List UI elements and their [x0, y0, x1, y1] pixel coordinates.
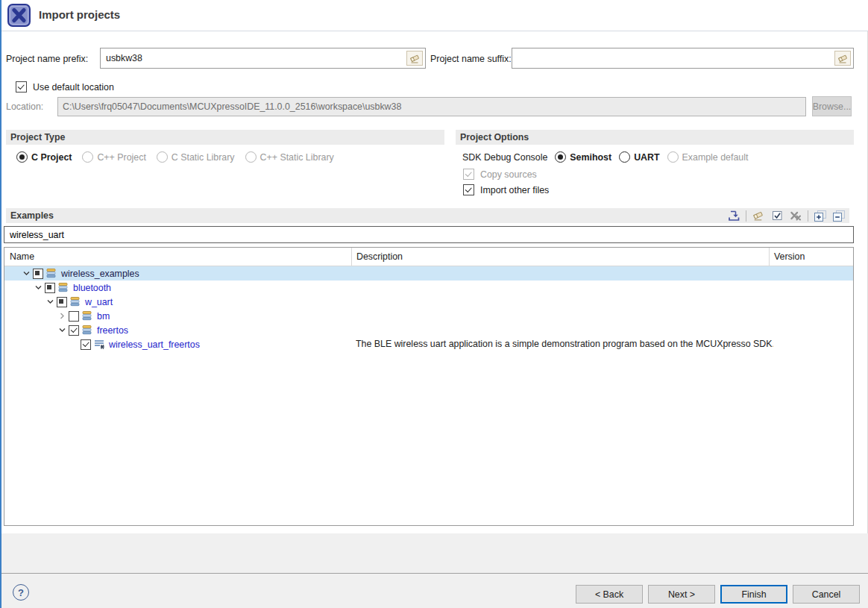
copy-sources-label: Copy sources [480, 169, 537, 180]
examples-table: Name Description Version wireless_exampl… [4, 247, 854, 526]
radio-cpp-project[interactable]: C++ Project [82, 151, 145, 163]
examples-header: Examples [6, 208, 849, 223]
tree-node-label: wireless_uart_freertos [109, 339, 200, 350]
radio-c-static-library[interactable]: C Static Library [157, 151, 235, 163]
category-icon [82, 325, 93, 335]
deselect-all-icon[interactable] [787, 209, 804, 222]
location-field: C:\Users\frq05047\Documents\MCUXpressoID… [57, 97, 806, 116]
chevron-down-icon[interactable] [57, 326, 66, 335]
radio-semihost[interactable]: Semihost [555, 151, 611, 163]
project-type-header: Project Type [6, 130, 444, 145]
tree-node-label: bluetooth [73, 283, 111, 293]
use-default-location-label: Use default location [33, 82, 114, 93]
use-default-location-row[interactable]: Use default location [16, 81, 114, 93]
category-icon [58, 283, 69, 292]
radio-icon[interactable] [245, 151, 257, 163]
footer-bar: ? < Back Next > Finish Cancel [0, 533, 868, 608]
tree-row[interactable]: wireless_uart_freertosThe BLE wireless u… [4, 337, 853, 351]
mcuxpresso-logo-icon [7, 4, 31, 27]
category-icon [70, 297, 81, 307]
tree-row[interactable]: wireless_examples [4, 266, 853, 281]
help-icon[interactable]: ? [13, 584, 29, 601]
sdk-debug-console-label: SDK Debug Console [462, 152, 547, 163]
table-header-row: Name Description Version [4, 248, 853, 266]
column-header-description[interactable]: Description [351, 248, 769, 266]
tree-row[interactable]: freertos [4, 323, 853, 337]
category-icon [46, 269, 57, 278]
prefix-label: Project name prefix: [6, 54, 88, 64]
tree-node-label: w_uart [85, 297, 113, 307]
clear-prefix-button[interactable] [406, 51, 423, 66]
tree-node-label: wireless_examples [61, 269, 139, 279]
radio-example-default[interactable]: Example default [667, 151, 749, 163]
chevron-right-icon[interactable] [57, 312, 66, 321]
project-options-section: Project Options SDK Debug Console Semiho… [456, 130, 854, 195]
tree-checkbox[interactable] [33, 269, 43, 279]
location-label: Location: [6, 101, 43, 112]
project-name-suffix-input[interactable] [512, 48, 853, 68]
browse-button[interactable]: Browse... [812, 96, 852, 116]
suffix-field-frame [512, 48, 854, 69]
tree-checkbox[interactable] [57, 297, 67, 307]
example-icon [94, 339, 105, 349]
footer-separator [0, 573, 868, 574]
tree-checkbox[interactable] [81, 339, 91, 350]
cancel-button[interactable]: Cancel [793, 585, 860, 604]
radio-icon[interactable] [157, 151, 168, 163]
radio-c-project[interactable]: C Project [16, 151, 72, 163]
dialog-header: Import projects [0, 0, 868, 31]
clear-suffix-button[interactable] [834, 51, 851, 66]
radio-icon[interactable] [619, 151, 630, 163]
tree-node-description: The BLE wireless uart application is a s… [356, 337, 773, 351]
toolbar-separator [746, 210, 746, 222]
import-other-files-label: Import other files [480, 185, 549, 195]
tree-checkbox[interactable] [45, 283, 55, 293]
eraser-clear-filter-icon[interactable] [750, 209, 767, 222]
chevron-down-icon[interactable] [34, 283, 43, 292]
prefix-field-frame [100, 48, 426, 69]
project-options-header: Project Options [456, 130, 854, 145]
examples-toolbar [726, 209, 847, 222]
copy-sources-row: Copy sources [463, 169, 854, 180]
radio-icon[interactable] [555, 151, 566, 163]
import-archive-icon[interactable] [726, 209, 742, 222]
chevron-down-icon[interactable] [22, 269, 31, 278]
page-title: Import projects [39, 8, 120, 21]
tree-node-label: freertos [97, 325, 128, 336]
tree-row[interactable]: w_uart [4, 295, 853, 309]
radio-icon[interactable] [16, 151, 28, 163]
finish-button[interactable]: Finish [720, 585, 787, 604]
examples-title: Examples [10, 210, 54, 221]
radio-icon[interactable] [82, 151, 93, 163]
import-projects-dialog: Import projects Project name prefix: Pro… [0, 0, 868, 608]
tree-checkbox[interactable] [69, 311, 79, 322]
select-all-icon[interactable] [769, 209, 785, 222]
eraser-icon [409, 54, 421, 63]
radio-cpp-static-library[interactable]: C++ Static Library [245, 151, 334, 163]
column-header-version[interactable]: Version [769, 248, 853, 266]
radio-uart[interactable]: UART [619, 151, 659, 163]
next-button[interactable]: Next > [648, 585, 715, 604]
import-other-files-checkbox[interactable] [463, 184, 474, 195]
tree-row[interactable]: bm [4, 309, 853, 323]
expander-spacer [69, 340, 78, 349]
use-default-location-checkbox[interactable] [16, 81, 27, 93]
collapse-all-icon[interactable] [831, 209, 847, 222]
column-header-name[interactable]: Name [4, 248, 351, 266]
expand-all-icon[interactable] [812, 209, 828, 222]
category-icon [82, 311, 93, 321]
tree-node-label: bm [97, 311, 110, 322]
project-type-section: Project Type C Project C++ Project C Sta… [6, 130, 444, 163]
back-button[interactable]: < Back [576, 585, 643, 604]
project-name-prefix-input[interactable] [101, 48, 425, 68]
eraser-icon [837, 54, 849, 63]
suffix-label: Project name suffix: [430, 54, 512, 64]
import-other-files-row[interactable]: Import other files [463, 184, 854, 195]
chevron-down-icon[interactable] [45, 298, 54, 307]
tree-checkbox[interactable] [69, 325, 79, 336]
tree-body: wireless_examplesbluetoothw_uartbmfreert… [4, 266, 853, 351]
tree-row[interactable]: bluetooth [4, 281, 853, 295]
copy-sources-checkbox [463, 169, 474, 180]
radio-icon[interactable] [667, 151, 679, 163]
examples-filter-input[interactable] [4, 226, 854, 243]
